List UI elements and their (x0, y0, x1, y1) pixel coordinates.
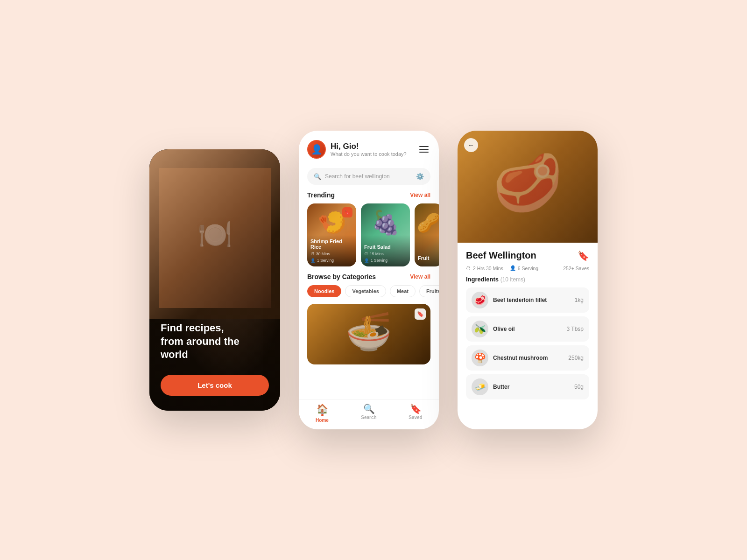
ingr-name-1: Olive oil (493, 326, 562, 332)
trending-section-header: Trending View all (299, 191, 439, 203)
ingr-name-0: Beef tenderloin fillet (493, 297, 570, 303)
trending-view-all[interactable]: View all (410, 192, 430, 198)
trend-time-2: ⏱ 15 Mins (364, 252, 407, 256)
back-button[interactable]: ← (464, 138, 478, 152)
bookmark-icon-1: 🔖 (342, 207, 352, 217)
trend-info-1: Shrimp Fried Rice ⏱ 30 Mins 👤 1 Serving (307, 235, 356, 266)
category-meat[interactable]: Meat (390, 285, 416, 297)
trend-card-2[interactable]: Fruit Salad ⏱ 15 Mins 👤 1 Serving (361, 203, 410, 266)
ingredient-item-3: 🧈 Butter 50g (466, 374, 589, 399)
person-icon-detail: 👤 (510, 265, 516, 271)
person-icon-2: 👤 (364, 258, 369, 263)
avatar-emoji: 👤 (311, 144, 323, 155)
ham-line-3 (419, 152, 429, 153)
ham-line-2 (419, 149, 429, 150)
filter-icon[interactable]: ⚙️ (416, 173, 424, 180)
category-noodles[interactable]: Noodles (307, 285, 341, 297)
recipe-bookmark-icon[interactable]: 🔖 (578, 250, 589, 261)
trend-serving-2: 👤 1 Serving (364, 258, 407, 263)
header-subtitle: What do you want to cook today? (331, 151, 417, 157)
screens-container: Find recipes, from around the world Let'… (149, 131, 598, 429)
bottom-nav: 🏠 Home 🔍 Search 🔖 Saved (299, 399, 439, 429)
trend-info-2: Fruit Salad ⏱ 15 Mins 👤 1 Serving (361, 240, 410, 266)
ingr-img-3: 🧈 (472, 378, 488, 395)
ingredients-count: (10 items) (500, 276, 525, 283)
header-text: Hi, Gio! What do you want to cook today? (331, 142, 417, 157)
ingr-amount-2: 250kg (568, 355, 584, 361)
trend-time-1: ⏱ 30 Mins (310, 252, 353, 256)
search-nav-icon: 🔍 (363, 404, 375, 413)
ingr-amount-1: 3 Tbsp (567, 326, 584, 332)
featured-card[interactable]: 🔖 (307, 304, 430, 364)
search-icon: 🔍 (314, 173, 321, 180)
categories-section-header: Browse by Categories View all (299, 273, 439, 285)
ingredients-header: Ingredients (10 items) (466, 276, 589, 283)
nav-search-label: Search (361, 415, 376, 420)
ingr-name-3: Butter (493, 384, 570, 390)
phone-splash: Find recipes, from around the world Let'… (149, 149, 280, 411)
trend-card-3[interactable]: Fruit (415, 203, 439, 266)
phone-detail: ← Beef Wellington 🔖 ⏱ 2 Hrs 30 Mins 👤 6 … (458, 131, 598, 429)
nav-saved-label: Saved (409, 415, 422, 420)
recipe-time: ⏱ 2 Hrs 30 Mins (466, 266, 503, 271)
category-vegetables[interactable]: Vegetables (345, 285, 386, 297)
trending-title: Trending (307, 191, 335, 199)
recipe-title-row: Beef Wellington 🔖 (466, 250, 589, 261)
clock-icon-2: ⏱ (364, 252, 368, 256)
ingr-img-1: 🫒 (472, 321, 488, 337)
search-bar[interactable]: 🔍 Search for beef wellington ⚙️ (307, 168, 430, 185)
trend-name-1: Shrimp Fried Rice (310, 238, 353, 250)
recipe-title: Beef Wellington (466, 250, 536, 261)
clock-icon-detail: ⏱ (466, 266, 471, 271)
nav-active-dot (321, 414, 324, 416)
ham-line-1 (419, 146, 429, 147)
recipe-servings: 👤 6 Serving (510, 265, 538, 271)
ingr-img-2: 🍄 (472, 350, 488, 366)
header-greeting: Hi, Gio! (331, 142, 417, 151)
home-icon: 🏠 (317, 404, 328, 413)
trend-serving-1: 👤 1 Serving (310, 258, 353, 263)
ingredient-list: 🥩 Beef tenderloin fillet 1kg 🫒 Olive oil… (458, 287, 598, 429)
clock-icon-1: ⏱ (310, 252, 315, 256)
trend-card-1[interactable]: 🔖 Shrimp Fried Rice ⏱ 30 Mins 👤 1 Servin… (307, 203, 356, 266)
avatar[interactable]: 👤 (307, 140, 326, 159)
nav-home-label: Home (316, 418, 329, 423)
recipe-meta: ⏱ 2 Hrs 30 Mins 👤 6 Serving 252+ Saves (466, 265, 589, 271)
featured-bookmark: 🔖 (415, 308, 426, 320)
categories-title: Browse by Categories (307, 273, 376, 280)
nav-saved[interactable]: 🔖 Saved (392, 404, 439, 423)
category-fruits[interactable]: Fruits (419, 285, 439, 297)
trending-scroll: 🔖 Shrimp Fried Rice ⏱ 30 Mins 👤 1 Servin… (299, 203, 439, 273)
recipe-hero: ← (458, 131, 598, 243)
home-header: 👤 Hi, Gio! What do you want to cook toda… (299, 131, 439, 164)
search-placeholder: Search for beef wellington (325, 173, 416, 180)
trend-info-3: Fruit (415, 252, 439, 266)
ingredient-item-0: 🥩 Beef tenderloin fillet 1kg (466, 287, 589, 313)
categories-scroll: Noodles Vegetables Meat Fruits (299, 285, 439, 304)
recipe-info: Beef Wellington 🔖 ⏱ 2 Hrs 30 Mins 👤 6 Se… (458, 243, 598, 287)
trend-name-3: Fruit (418, 255, 439, 261)
saved-nav-icon: 🔖 (410, 404, 422, 413)
ingr-img-0: 🥩 (472, 292, 488, 308)
nav-home[interactable]: 🏠 Home (299, 404, 345, 423)
person-icon-1: 👤 (310, 258, 316, 263)
recipe-saves: 252+ Saves (563, 266, 589, 271)
menu-button[interactable] (417, 144, 430, 154)
ingredient-item-2: 🍄 Chestnut mushroom 250kg (466, 345, 589, 371)
phone-home: 👤 Hi, Gio! What do you want to cook toda… (299, 131, 439, 429)
categories-view-all[interactable]: View all (410, 273, 430, 280)
splash-tagline: Find recipes, from around the world (161, 322, 269, 362)
trend-name-2: Fruit Salad (364, 244, 407, 250)
featured-wrap: 🔖 (299, 304, 439, 399)
ingredient-item-1: 🫒 Olive oil 3 Tbsp (466, 316, 589, 342)
ingr-name-2: Chestnut mushroom (493, 355, 564, 361)
lets-cook-button[interactable]: Let's cook (161, 375, 269, 396)
nav-search[interactable]: 🔍 Search (345, 404, 392, 423)
ingr-amount-3: 50g (574, 384, 584, 390)
ingr-amount-0: 1kg (575, 297, 584, 303)
